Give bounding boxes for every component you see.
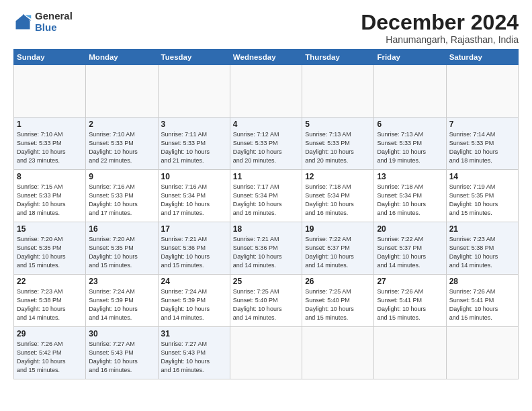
day-number: 18	[233, 224, 299, 234]
month-title: December 2024	[361, 11, 519, 34]
calendar-day-header: Wednesday	[230, 50, 302, 65]
logo-blue-label: Blue	[35, 22, 73, 34]
calendar-day-cell: 2Sunrise: 7:10 AM Sunset: 5:33 PM Daylig…	[86, 118, 158, 170]
day-number: 24	[161, 277, 227, 286]
calendar-table: SundayMondayTuesdayWednesdayThursdayFrid…	[13, 49, 519, 379]
calendar-day-cell: 18Sunrise: 7:21 AM Sunset: 5:36 PM Dayli…	[230, 222, 302, 275]
page: General Blue December 2024 Hanumangarh, …	[0, 0, 532, 411]
calendar-day-cell	[374, 65, 446, 118]
calendar-day-cell: 14Sunrise: 7:19 AM Sunset: 5:35 PM Dayli…	[446, 170, 518, 222]
day-number: 23	[89, 277, 154, 286]
logo: General Blue	[13, 11, 73, 33]
calendar-day-cell: 1Sunrise: 7:10 AM Sunset: 5:33 PM Daylig…	[14, 118, 86, 170]
calendar-day-cell	[446, 327, 518, 379]
day-number: 4	[233, 120, 299, 129]
day-number: 28	[449, 277, 515, 286]
day-info: Sunrise: 7:24 AM Sunset: 5:39 PM Dayligh…	[161, 287, 227, 322]
day-info: Sunrise: 7:13 AM Sunset: 5:33 PM Dayligh…	[377, 130, 443, 165]
calendar-day-cell: 16Sunrise: 7:20 AM Sunset: 5:35 PM Dayli…	[86, 222, 158, 275]
calendar-day-cell	[158, 65, 230, 118]
calendar-day-cell: 17Sunrise: 7:21 AM Sunset: 5:36 PM Dayli…	[158, 222, 230, 275]
day-number: 17	[161, 224, 227, 234]
calendar-day-cell: 28Sunrise: 7:26 AM Sunset: 5:41 PM Dayli…	[446, 275, 518, 327]
day-info: Sunrise: 7:23 AM Sunset: 5:38 PM Dayligh…	[449, 235, 515, 270]
day-info: Sunrise: 7:25 AM Sunset: 5:40 PM Dayligh…	[305, 287, 371, 322]
calendar-day-cell: 11Sunrise: 7:17 AM Sunset: 5:34 PM Dayli…	[230, 170, 302, 222]
day-info: Sunrise: 7:16 AM Sunset: 5:34 PM Dayligh…	[161, 183, 227, 218]
day-info: Sunrise: 7:24 AM Sunset: 5:39 PM Dayligh…	[89, 287, 154, 322]
subtitle: Hanumangarh, Rajasthan, India	[361, 34, 519, 45]
calendar-day-cell	[14, 65, 86, 118]
day-number: 26	[305, 277, 371, 286]
day-number: 7	[449, 120, 515, 129]
day-number: 9	[89, 172, 154, 181]
day-info: Sunrise: 7:25 AM Sunset: 5:40 PM Dayligh…	[233, 287, 299, 322]
day-number: 22	[17, 277, 83, 286]
day-info: Sunrise: 7:26 AM Sunset: 5:41 PM Dayligh…	[449, 287, 515, 322]
logo-text: General Blue	[35, 11, 73, 33]
day-info: Sunrise: 7:15 AM Sunset: 5:33 PM Dayligh…	[17, 183, 83, 218]
calendar-day-cell: 26Sunrise: 7:25 AM Sunset: 5:40 PM Dayli…	[302, 275, 374, 327]
day-info: Sunrise: 7:26 AM Sunset: 5:41 PM Dayligh…	[377, 287, 443, 322]
calendar-day-cell: 6Sunrise: 7:13 AM Sunset: 5:33 PM Daylig…	[374, 118, 446, 170]
day-info: Sunrise: 7:27 AM Sunset: 5:43 PM Dayligh…	[161, 340, 227, 375]
day-info: Sunrise: 7:14 AM Sunset: 5:33 PM Dayligh…	[449, 130, 515, 165]
calendar-day-cell: 31Sunrise: 7:27 AM Sunset: 5:43 PM Dayli…	[158, 327, 230, 379]
day-info: Sunrise: 7:16 AM Sunset: 5:33 PM Dayligh…	[89, 183, 154, 218]
day-info: Sunrise: 7:22 AM Sunset: 5:37 PM Dayligh…	[377, 235, 443, 270]
calendar-day-cell: 22Sunrise: 7:23 AM Sunset: 5:38 PM Dayli…	[14, 275, 86, 327]
day-number: 29	[17, 329, 83, 338]
day-number: 15	[17, 224, 83, 234]
day-number: 11	[233, 172, 299, 181]
calendar-day-cell: 23Sunrise: 7:24 AM Sunset: 5:39 PM Dayli…	[86, 275, 158, 327]
header: General Blue December 2024 Hanumangarh, …	[13, 11, 519, 45]
calendar-day-cell	[302, 65, 374, 118]
day-number: 5	[305, 120, 371, 129]
logo-icon	[13, 13, 32, 32]
calendar-day-cell	[374, 327, 446, 379]
calendar-day-cell: 25Sunrise: 7:25 AM Sunset: 5:40 PM Dayli…	[230, 275, 302, 327]
calendar-day-cell: 20Sunrise: 7:22 AM Sunset: 5:37 PM Dayli…	[374, 222, 446, 275]
day-info: Sunrise: 7:23 AM Sunset: 5:38 PM Dayligh…	[17, 287, 83, 322]
day-info: Sunrise: 7:18 AM Sunset: 5:34 PM Dayligh…	[377, 183, 443, 218]
calendar-day-cell	[302, 327, 374, 379]
day-number: 6	[377, 120, 443, 129]
calendar-week-row: 22Sunrise: 7:23 AM Sunset: 5:38 PM Dayli…	[14, 275, 519, 327]
day-info: Sunrise: 7:27 AM Sunset: 5:43 PM Dayligh…	[89, 340, 154, 375]
calendar-week-row: 29Sunrise: 7:26 AM Sunset: 5:42 PM Dayli…	[14, 327, 519, 379]
calendar-day-cell: 12Sunrise: 7:18 AM Sunset: 5:34 PM Dayli…	[302, 170, 374, 222]
calendar-day-header: Thursday	[302, 50, 374, 65]
day-number: 20	[377, 224, 443, 234]
calendar-day-cell: 4Sunrise: 7:12 AM Sunset: 5:33 PM Daylig…	[230, 118, 302, 170]
day-number: 13	[377, 172, 443, 181]
day-info: Sunrise: 7:18 AM Sunset: 5:34 PM Dayligh…	[305, 183, 371, 218]
day-number: 2	[89, 120, 154, 129]
calendar-day-cell: 5Sunrise: 7:13 AM Sunset: 5:33 PM Daylig…	[302, 118, 374, 170]
calendar-day-cell: 7Sunrise: 7:14 AM Sunset: 5:33 PM Daylig…	[446, 118, 518, 170]
logo-general-label: General	[35, 11, 73, 22]
day-number: 12	[305, 172, 371, 181]
calendar-day-header: Sunday	[14, 50, 86, 65]
calendar-day-header: Saturday	[446, 50, 518, 65]
day-number: 27	[377, 277, 443, 286]
day-info: Sunrise: 7:11 AM Sunset: 5:33 PM Dayligh…	[161, 130, 227, 165]
day-number: 25	[233, 277, 299, 286]
day-info: Sunrise: 7:19 AM Sunset: 5:35 PM Dayligh…	[449, 183, 515, 218]
calendar-header-row: SundayMondayTuesdayWednesdayThursdayFrid…	[14, 50, 519, 65]
day-info: Sunrise: 7:12 AM Sunset: 5:33 PM Dayligh…	[233, 130, 299, 165]
calendar-day-cell: 27Sunrise: 7:26 AM Sunset: 5:41 PM Dayli…	[374, 275, 446, 327]
calendar-week-row: 15Sunrise: 7:20 AM Sunset: 5:35 PM Dayli…	[14, 222, 519, 275]
calendar-day-header: Friday	[374, 50, 446, 65]
calendar-day-cell: 15Sunrise: 7:20 AM Sunset: 5:35 PM Dayli…	[14, 222, 86, 275]
day-number: 21	[449, 224, 515, 234]
calendar-day-cell: 30Sunrise: 7:27 AM Sunset: 5:43 PM Dayli…	[86, 327, 158, 379]
day-info: Sunrise: 7:20 AM Sunset: 5:35 PM Dayligh…	[89, 235, 154, 270]
day-info: Sunrise: 7:13 AM Sunset: 5:33 PM Dayligh…	[305, 130, 371, 165]
calendar-day-cell: 24Sunrise: 7:24 AM Sunset: 5:39 PM Dayli…	[158, 275, 230, 327]
calendar-day-cell: 8Sunrise: 7:15 AM Sunset: 5:33 PM Daylig…	[14, 170, 86, 222]
day-info: Sunrise: 7:21 AM Sunset: 5:36 PM Dayligh…	[233, 235, 299, 270]
day-number: 30	[89, 329, 154, 338]
calendar-day-cell	[230, 327, 302, 379]
calendar-week-row: 8Sunrise: 7:15 AM Sunset: 5:33 PM Daylig…	[14, 170, 519, 222]
calendar-day-cell	[86, 65, 158, 118]
